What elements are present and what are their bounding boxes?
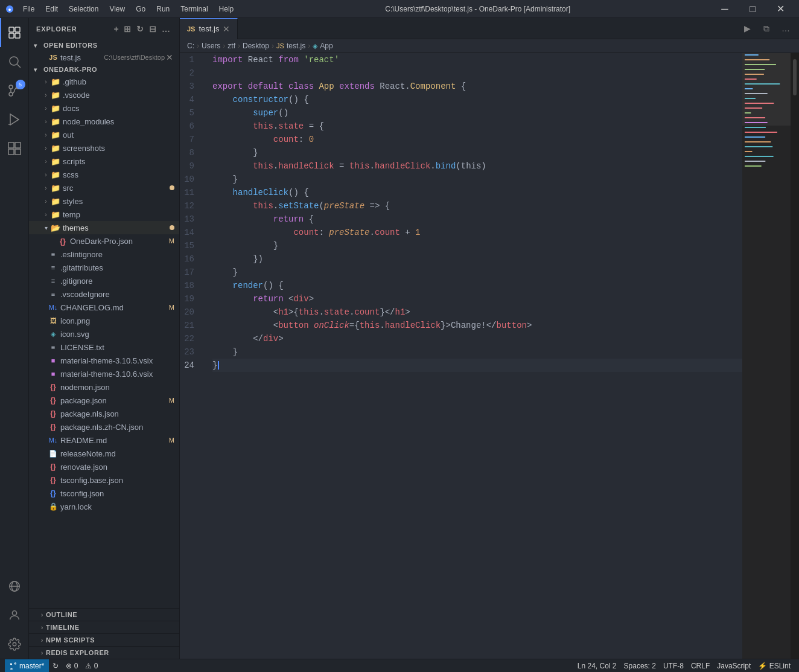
activity-explorer[interactable] (0, 18, 29, 47)
cursor-position[interactable]: Ln 24, Col 2 (574, 659, 620, 673)
panel-timeline[interactable]: › TIMELINE (29, 621, 179, 633)
section-onedark-pro[interactable]: ▾ ONEDARK-PRO (29, 64, 179, 75)
activity-settings[interactable] (0, 630, 29, 659)
menu-file[interactable]: File (18, 4, 39, 14)
tree-out[interactable]: › 📁 out (29, 128, 179, 141)
tree-vscode[interactable]: › 📁 .vscode (29, 88, 179, 101)
activity-remote[interactable] (0, 572, 29, 601)
tree-onedark-pro-json[interactable]: {} OneDark-Pro.json M (29, 234, 179, 248)
menu-terminal[interactable]: Terminal (176, 4, 212, 14)
line-ending[interactable]: CRLF (687, 659, 713, 673)
panel-outline-label: OUTLINE (46, 611, 77, 618)
minimize-button[interactable]: ─ (711, 0, 739, 18)
breadcrumb-testjs[interactable]: test.js (287, 42, 305, 50)
tree-vsix2[interactable]: ■ material-theme-3.10.6.vsix (29, 367, 179, 380)
code-content[interactable]: import React from 'react' export default… (210, 53, 742, 659)
collapse-button[interactable]: ⊟ (148, 23, 158, 35)
breadcrumb-desktop[interactable]: Desktop (243, 42, 269, 50)
panel-outline[interactable]: › OUTLINE (29, 608, 179, 621)
tree-renovate[interactable]: {} renovate.json (29, 460, 179, 473)
more-editor-actions[interactable]: … (777, 20, 794, 37)
open-editor-filename: test.js (60, 53, 100, 62)
run-button[interactable]: ▶ (739, 20, 756, 37)
svg-rect-4 (9, 33, 14, 38)
tree-icon-png[interactable]: 🖼 icon.png (29, 314, 179, 327)
git-branch-item[interactable]: master* (5, 659, 49, 673)
tree-src[interactable]: › 📁 src (29, 181, 179, 194)
tree-icon-svg[interactable]: ◈ icon.svg (29, 327, 179, 341)
panel-npm-scripts[interactable]: › NPM SCRIPTS (29, 633, 179, 646)
tree-yarn-lock[interactable]: 🔒 yarn.lock (29, 500, 179, 513)
ln-12: 12 (180, 199, 202, 213)
errors-status[interactable]: ⊗ 0 (62, 659, 81, 673)
encoding[interactable]: UTF-8 (660, 659, 687, 673)
tree-temp[interactable]: › 📁 temp (29, 208, 179, 221)
refresh-button[interactable]: ↻ (135, 23, 145, 35)
tree-gitattributes[interactable]: ≡ .gitattributes (29, 261, 179, 274)
tree-node-modules[interactable]: › 📁 node_modules (29, 115, 179, 128)
scrollbar-thumb[interactable] (793, 59, 797, 95)
editor-scrollbar[interactable] (791, 53, 799, 659)
tree-changelog[interactable]: M↓ CHANGELOG.md M (29, 301, 179, 314)
tree-package-nls-cn[interactable]: {} package.nls.zh-CN.json (29, 420, 179, 434)
tree-docs[interactable]: › 📁 docs (29, 101, 179, 115)
code-line-11: handleClick() { (212, 186, 742, 199)
code-editor[interactable]: 1 2 3 4 5 6 7 8 9 10 11 12 13 14 15 16 1… (180, 53, 799, 659)
sync-status[interactable]: ↻ (49, 659, 62, 673)
tree-styles[interactable]: › 📁 styles (29, 194, 179, 208)
menu-go[interactable]: Go (131, 4, 150, 14)
new-file-button[interactable]: + (112, 23, 120, 35)
tree-package-json[interactable]: {} package.json M (29, 394, 179, 407)
activity-accounts[interactable] (0, 601, 29, 630)
breadcrumb-ztf[interactable]: ztf (228, 42, 235, 50)
tab-testjs[interactable]: JS test.js ✕ (180, 18, 238, 39)
close-button[interactable]: ✕ (766, 0, 794, 18)
tree-nodemon[interactable]: {} nodemon.json (29, 380, 179, 394)
tree-scss[interactable]: › 📁 scss (29, 168, 179, 181)
split-editor-button[interactable]: ⧉ (758, 20, 775, 37)
tab-close-button[interactable]: ✕ (223, 24, 230, 34)
menu-edit[interactable]: Edit (40, 4, 63, 14)
minimap[interactable] (742, 53, 791, 659)
breadcrumb-users[interactable]: Users (202, 42, 220, 50)
tree-gitignore[interactable]: ≡ .gitignore (29, 274, 179, 287)
indentation[interactable]: Spaces: 2 (620, 659, 660, 673)
tree-tsconfig[interactable]: {} tsconfig.json (29, 487, 179, 500)
warnings-status[interactable]: ⚠ 0 (81, 659, 101, 673)
more-actions-button[interactable]: … (161, 23, 172, 35)
tree-vsix1[interactable]: ■ material-theme-3.10.5.vsix (29, 354, 179, 367)
close-editor-icon[interactable]: ✕ (165, 53, 174, 62)
panel-redis-explorer[interactable]: › REDIS EXPLORER (29, 646, 179, 659)
tree-vscodeIgnore[interactable]: ≡ .vscodeIgnore (29, 287, 179, 301)
folder-open-icon: 📂 (51, 223, 60, 232)
menu-view[interactable]: View (104, 4, 130, 14)
activity-source-control[interactable]: 5 (0, 76, 29, 105)
breadcrumb-app[interactable]: App (320, 42, 333, 50)
tree-tsconfig-base[interactable]: {} tsconfig.base.json (29, 473, 179, 487)
breadcrumb-c[interactable]: C: (187, 42, 194, 50)
tree-package-nls[interactable]: {} package.nls.json (29, 407, 179, 420)
tree-screenshots[interactable]: › 📁 screenshots (29, 141, 179, 155)
tree-github[interactable]: › 📁 .github (29, 75, 179, 88)
eslint-status[interactable]: ⚡ ESLint (754, 659, 794, 673)
menu-selection[interactable]: Selection (64, 4, 103, 14)
tree-releasenote[interactable]: 📄 releaseNote.md (29, 447, 179, 460)
menu-run[interactable]: Run (151, 4, 174, 14)
ln-13: 13 (180, 213, 202, 226)
activity-run[interactable] (0, 105, 29, 134)
language-mode[interactable]: JavaScript (713, 659, 754, 673)
activity-extensions[interactable] (0, 134, 29, 163)
tree-license[interactable]: ≡ LICENSE.txt (29, 341, 179, 354)
section-open-editors[interactable]: ▾ OPEN EDITORS (29, 40, 179, 51)
tree-scripts[interactable]: › 📁 scripts (29, 155, 179, 168)
tree-themes[interactable]: ▾ 📂 themes (29, 221, 179, 234)
menu-help[interactable]: Help (214, 4, 239, 14)
tree-eslintignore[interactable]: ≡ .eslintignore (29, 248, 179, 261)
maximize-button[interactable]: □ (739, 0, 766, 18)
open-editor-testjs[interactable]: JS test.js C:\Users\ztf\Desktop ✕ (29, 51, 179, 64)
tree-readme[interactable]: M↓ README.md M (29, 434, 179, 447)
breadcrumb-sep: › (197, 42, 199, 50)
new-folder-button[interactable]: ⊞ (123, 23, 133, 35)
file-name: LICENSE.txt (60, 343, 179, 352)
activity-search[interactable] (0, 47, 29, 76)
